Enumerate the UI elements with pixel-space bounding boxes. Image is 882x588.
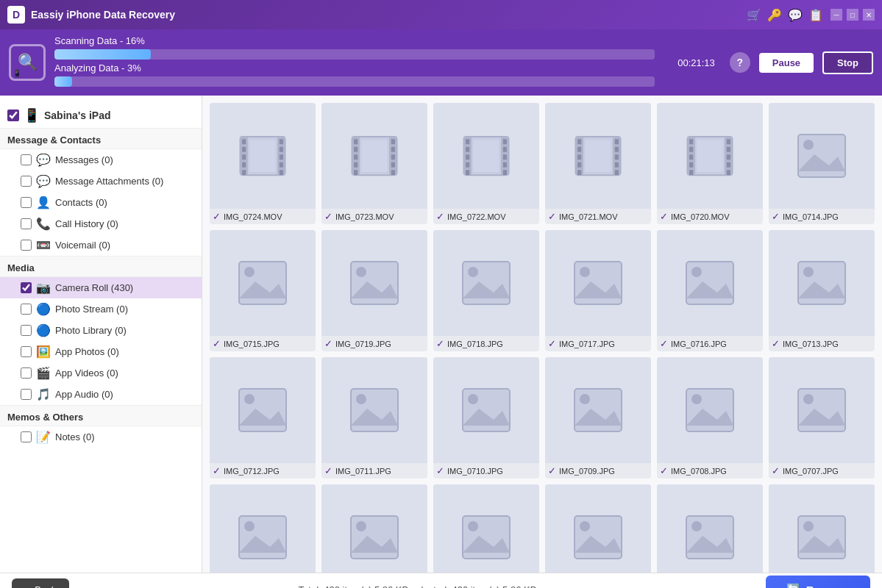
photo-label: ✓ IMG_0719.JPG	[321, 336, 427, 351]
photo-name: IMG_0722.MOV	[447, 212, 505, 221]
svg-rect-19	[354, 154, 358, 159]
call-history-checkbox[interactable]	[21, 218, 32, 229]
svg-rect-33	[466, 154, 469, 159]
photo-item[interactable]: ✓ IMG_0719.JPG	[321, 230, 427, 351]
photo-thumb	[769, 357, 875, 463]
photo-item[interactable]: ✓ IMG_0720.MOV	[657, 103, 763, 224]
check-icon: ✓	[548, 465, 556, 476]
sidebar-item-call-history[interactable]: 📞 Call History (0)	[0, 213, 202, 234]
close-button[interactable]: ✕	[863, 9, 875, 21]
notes-icon: 📝	[36, 430, 51, 444]
photo-thumb	[321, 357, 427, 463]
messages-label: Messages (0)	[55, 154, 113, 165]
svg-point-89	[803, 267, 814, 277]
camera-roll-checkbox[interactable]	[21, 282, 32, 293]
maximize-button[interactable]: □	[847, 9, 858, 21]
svg-rect-9	[280, 147, 283, 152]
photo-item[interactable]: ✓ IMG_0718.JPG	[433, 230, 539, 351]
photo-item[interactable]: ✓ IMG_0714.JPG	[769, 103, 875, 224]
photo-item[interactable]: ✓ IMG_0711.JPG	[321, 357, 427, 478]
photo-item[interactable]: ✓ IMG_0716.JPG	[657, 230, 763, 351]
help-button[interactable]: ?	[730, 52, 750, 73]
image-placeholder-icon	[233, 383, 292, 438]
section-memos-others: Memos & Others	[0, 405, 202, 426]
sidebar-item-notes[interactable]: 📝 Notes (0)	[0, 426, 202, 448]
notes-checkbox[interactable]	[21, 431, 32, 442]
check-icon: ✓	[436, 211, 444, 222]
photo-item[interactable]: ✓ IMG_0708.JPG	[657, 357, 763, 478]
window-controls[interactable]: ─ □ ✕	[831, 9, 875, 21]
photo-item[interactable]: ✓ IMG_0709.JPG	[545, 357, 651, 478]
message-attachments-checkbox[interactable]	[21, 176, 32, 187]
svg-rect-26	[391, 170, 395, 175]
svg-rect-25	[391, 162, 395, 168]
recover-button[interactable]: 🔄 Recover	[766, 576, 870, 588]
camera-roll-label: Camera Roll (430)	[55, 282, 133, 293]
photo-thumb	[321, 484, 427, 573]
svg-rect-63	[689, 170, 693, 175]
sidebar-item-app-videos[interactable]: 🎬 App Videos (0)	[0, 362, 202, 384]
sidebar-item-photo-library[interactable]: 🔵 Photo Library (0)	[0, 320, 202, 341]
photo-item[interactable]: ✓ IMG_0712.JPG	[210, 357, 316, 478]
minimize-button[interactable]: ─	[831, 9, 842, 21]
sidebar-item-messages[interactable]: 💬 Messages (0)	[0, 149, 202, 171]
app-photos-checkbox[interactable]	[21, 346, 32, 357]
photo-item[interactable]: ✓ IMG_0705.JPG	[321, 484, 427, 573]
image-placeholder-icon	[569, 383, 627, 438]
sidebar-item-contacts[interactable]: 👤 Contacts (0)	[0, 192, 202, 213]
photo-item[interactable]: ✓ IMG_0713.JPG	[769, 230, 875, 351]
photo-item[interactable]: ✓ IMG_0723.MOV	[321, 103, 427, 224]
photo-item[interactable]: ✓ IMG_0715.JPG	[210, 230, 316, 351]
stop-button[interactable]: Stop	[822, 51, 873, 74]
photo-label: ✓ IMG_0723.MOV	[321, 209, 427, 224]
svg-point-86	[691, 267, 702, 277]
app-photos-label: App Photos (0)	[55, 346, 119, 357]
image-placeholder-icon	[569, 510, 627, 565]
sidebar-item-voicemail[interactable]: 📼 Voicemail (0)	[0, 234, 202, 256]
svg-rect-66	[727, 154, 730, 159]
analyzing-fill	[54, 76, 72, 87]
svg-point-113	[356, 521, 366, 531]
sidebar-item-photo-stream[interactable]: 🔵 Photo Stream (0)	[0, 298, 202, 320]
photo-item[interactable]: ✓ IMG_0717.JPG	[545, 230, 651, 351]
sidebar-item-app-audio[interactable]: 🎵 App Audio (0)	[0, 384, 202, 405]
pause-button[interactable]: Pause	[759, 53, 814, 73]
app-audio-checkbox[interactable]	[21, 389, 32, 400]
sidebar-item-camera-roll[interactable]: 📷 Camera Roll (430)	[0, 277, 202, 298]
back-button[interactable]: « Back	[12, 578, 69, 589]
check-icon: ✓	[772, 338, 780, 349]
svg-rect-65	[727, 147, 730, 152]
device-row[interactable]: 📱 Sabina's iPad	[0, 103, 202, 128]
photo-thumb	[657, 357, 763, 463]
contacts-checkbox[interactable]	[21, 197, 32, 208]
svg-rect-38	[503, 154, 507, 159]
photo-item[interactable]: ✓ IMG_0710.JPG	[433, 357, 539, 478]
svg-point-92	[244, 394, 255, 404]
photo-thumb	[433, 103, 539, 209]
sidebar-item-app-photos[interactable]: 🖼️ App Photos (0)	[0, 341, 202, 362]
svg-point-104	[691, 394, 702, 404]
messages-checkbox[interactable]	[21, 154, 32, 165]
scanning-label: Scanning Data - 16%	[54, 35, 655, 46]
photo-item[interactable]: ✓ IMG_0702.JPG	[657, 484, 763, 573]
voicemail-checkbox[interactable]	[21, 240, 32, 251]
voicemail-label: Voicemail (0)	[55, 240, 110, 251]
film-strip-icon	[237, 130, 288, 182]
photo-library-checkbox[interactable]	[21, 325, 32, 336]
app-photos-icon: 🖼️	[36, 345, 51, 359]
photo-item[interactable]: ✓ IMG_0724.MOV	[210, 103, 316, 224]
device-checkbox[interactable]	[7, 110, 19, 121]
photo-item[interactable]: ✓ IMG_0721.MOV	[545, 103, 651, 224]
photo-item[interactable]: ✓ IMG_0701.JPG	[769, 484, 875, 573]
svg-point-107	[803, 394, 814, 404]
sidebar-item-message-attachments[interactable]: 💬 Message Attachments (0)	[0, 171, 202, 192]
app-videos-checkbox[interactable]	[21, 368, 32, 379]
photo-item[interactable]: ✓ IMG_0706.JPG	[210, 484, 316, 573]
photo-item[interactable]: ✓ IMG_0703.JPG	[545, 484, 651, 573]
photo-item[interactable]: ✓ IMG_0722.MOV	[433, 103, 539, 224]
svg-rect-7	[242, 170, 246, 175]
photo-label: ✓ IMG_0716.JPG	[657, 336, 763, 351]
photo-stream-checkbox[interactable]	[21, 304, 32, 315]
photo-item[interactable]: ✓ IMG_0707.JPG	[769, 357, 875, 478]
photo-item[interactable]: ✓ IMG_0704.JPG	[433, 484, 539, 573]
